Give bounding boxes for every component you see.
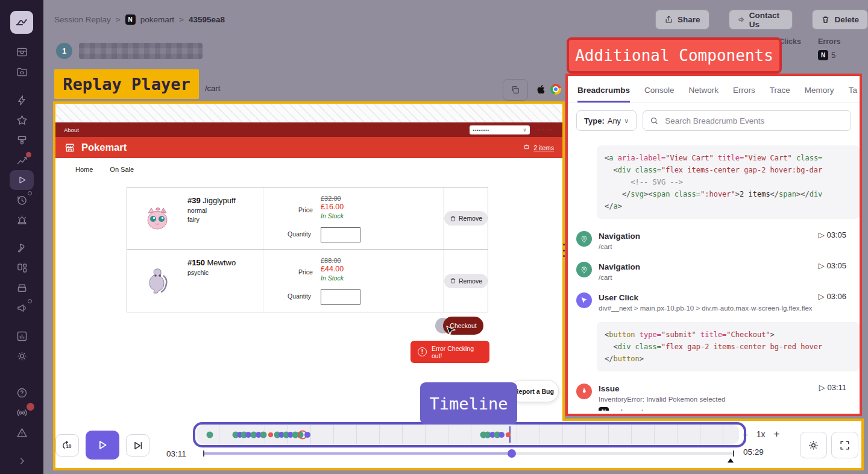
timeline-event-dot-red[interactable] (506, 432, 511, 437)
svg-text:10: 10 (66, 443, 72, 449)
event-subtitle: /cart (599, 243, 812, 250)
event-timestamp[interactable]: ▷ 03:05 (819, 261, 854, 270)
sidebar-item-data-warehouse[interactable] (10, 278, 34, 298)
tab-breadcrumbs[interactable]: Breadcrumbs (577, 86, 630, 103)
share-button[interactable]: Share (655, 10, 709, 30)
storefront-icon (64, 142, 76, 154)
tab-console[interactable]: Console (644, 86, 675, 103)
fullscreen-button[interactable] (831, 432, 858, 458)
speed-minus-button[interactable]: − (743, 429, 748, 440)
price-label: Price (298, 206, 313, 213)
event-timestamp[interactable]: ▷ 03:06 (819, 292, 854, 301)
nav-onsale-link[interactable]: On Sale (110, 166, 134, 173)
tab-trace[interactable]: Trace (770, 86, 790, 103)
panel-resize-handle[interactable] (561, 242, 567, 258)
seekbar[interactable] (203, 452, 734, 455)
site-about-link[interactable]: About (64, 127, 79, 133)
sidebar-item-settings[interactable] (10, 346, 34, 366)
sidebar-item-dashboards[interactable] (10, 258, 34, 278)
sidebar-item-trends[interactable] (10, 150, 34, 170)
sidebar-expand[interactable] (10, 451, 34, 471)
notification-dot (26, 152, 31, 157)
player-settings-button[interactable] (800, 432, 827, 458)
timeline-event-dot-green[interactable] (206, 431, 213, 438)
view-cart-link[interactable]: 2 items (523, 144, 554, 151)
play-icon (16, 174, 28, 186)
event-timestamp[interactable]: ▷ 03:05 (819, 230, 854, 239)
navigation-pin-icon (576, 231, 592, 247)
sidebar-item-alerts[interactable] (10, 210, 34, 230)
tab-network[interactable]: Network (689, 86, 719, 103)
timeline-event-dot-green[interactable] (260, 431, 266, 438)
timeline-event-dot-red[interactable] (268, 432, 273, 437)
event-subtitle: /cart (599, 274, 812, 281)
speed-value[interactable]: 1x (756, 429, 766, 439)
stock-status: In Stock (321, 274, 344, 282)
site-password-select[interactable]: •••••••• ∨ (470, 125, 530, 134)
pokemon-type: fairy (187, 216, 263, 223)
event-row-issue[interactable]: IssueInventoryError: Invalid Pokemon sel… (576, 378, 860, 411)
megaphone-icon (738, 15, 745, 24)
errors-stat: Errors N 5 (818, 37, 841, 60)
seekbar-handle[interactable] (508, 449, 516, 458)
breadcrumb-root[interactable]: Session Replay (54, 15, 111, 24)
remove-button[interactable]: Remove (444, 274, 488, 288)
sidebar-item-sql[interactable] (10, 326, 34, 346)
copy-url-button[interactable] (503, 79, 528, 101)
sidebar-item-broadcast[interactable] (10, 403, 34, 423)
event-row-user-click[interactable]: User Clickdiv#__next > main.px-10.pb-10 … (576, 286, 860, 317)
pokemon-type: psychic (187, 269, 263, 276)
skip-to-end-button[interactable] (126, 434, 149, 457)
replay-player-viewport[interactable]: About •••••••• ∨ ··· ·· Pokemart 2 items… (55, 104, 562, 419)
sidebar-item-surveys[interactable] (10, 298, 34, 318)
inspector-panel: BreadcrumbsConsoleNetworkErrorsTraceMemo… (565, 74, 862, 416)
play-icon (96, 438, 109, 452)
site-menu-dots: ··· ·· (537, 127, 554, 133)
nav-home-link[interactable]: Home (75, 166, 93, 173)
breadcrumb-project[interactable]: pokemart (140, 15, 174, 24)
sidebar-item-folder[interactable] (10, 62, 34, 82)
sidebar-item-toolbar[interactable] (10, 130, 34, 150)
event-row-navigation[interactable]: Navigation/cart▷ 03:05 (576, 256, 860, 286)
tab-ta[interactable]: Ta (849, 86, 857, 103)
search-box[interactable] (643, 110, 851, 131)
annotation-timeline-label: Timeline (420, 382, 517, 425)
original-price: £32.00 (321, 195, 344, 202)
sidebar-item-history[interactable] (10, 190, 34, 210)
letterbox-stripes (55, 104, 562, 122)
sidebar-item-activity[interactable] (10, 90, 34, 110)
errors-value: 5 (831, 51, 835, 60)
event-project-badge: Npokemart (599, 407, 813, 411)
seekbar-end-tick (733, 450, 734, 457)
timeline-event-dot-purple[interactable] (498, 432, 505, 438)
original-price: £88.00 (321, 257, 344, 264)
event-timestamp[interactable]: ▷ 03:11 (819, 383, 854, 392)
sidebar-item-drawer[interactable] (10, 42, 34, 62)
quantity-label: Quantity (288, 292, 311, 300)
event-timeline-track[interactable] (197, 425, 739, 444)
posthog-logo[interactable] (10, 11, 33, 34)
tab-memory[interactable]: Memory (805, 86, 834, 103)
type-filter-dropdown[interactable]: Type: Any ∨ (576, 110, 637, 131)
breadcrumb: Session Replay > N pokemart > 43595ea8 (54, 14, 225, 25)
play-button[interactable] (86, 431, 119, 460)
speed-plus-button[interactable]: + (774, 428, 780, 440)
remove-button[interactable]: Remove (444, 211, 488, 226)
sidebar-item-starred[interactable] (10, 110, 34, 130)
rewind-10-button[interactable]: 10 (55, 434, 79, 457)
event-row-navigation[interactable]: Navigation/cart▷ 03:05 (576, 225, 860, 256)
search-input[interactable] (664, 116, 844, 126)
quantity-input[interactable] (321, 289, 360, 305)
sidebar-item-issues[interactable] (10, 423, 34, 443)
delete-button[interactable]: Delete (812, 10, 868, 30)
event-feed[interactable]: <a aria-label="View Cart" title="View Ca… (568, 138, 860, 411)
sidebar-item-help[interactable] (10, 383, 34, 403)
sidebar-item-early-access[interactable] (10, 238, 34, 258)
quantity-input[interactable] (321, 227, 360, 242)
current-time: 03:11 (166, 449, 186, 458)
sidebar-item-session-replay[interactable] (10, 170, 34, 190)
tab-errors[interactable]: Errors (733, 86, 755, 103)
nextjs-badge-icon: N (599, 407, 609, 411)
contact-us-button[interactable]: Contact Us (729, 10, 793, 30)
timeline-event-dot-purple[interactable] (304, 432, 310, 438)
